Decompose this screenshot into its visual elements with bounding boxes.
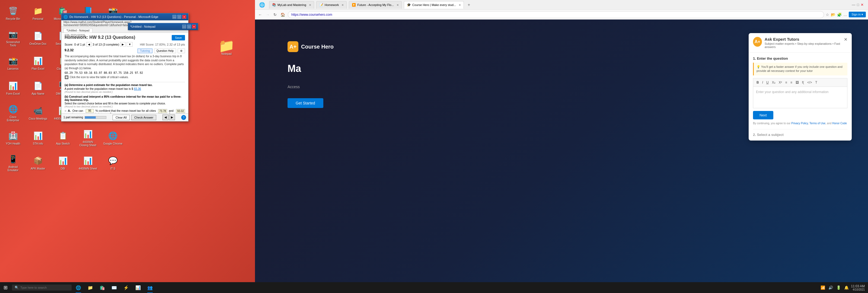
settings-button[interactable]: … xyxy=(843,12,847,17)
sign-in-button[interactable]: Sign in ▾ xyxy=(849,12,866,17)
desktop-icon-excel2[interactable]: 📊 Form Excel xyxy=(2,77,24,99)
taskbar-mail-app[interactable]: ✉️ xyxy=(108,282,120,293)
desktop-icon-4400-2[interactable]: 📊 4400WN Closing Sheet xyxy=(77,127,99,149)
taskbar-clock[interactable]: 11:03 AM 4/10/2021 xyxy=(851,284,866,291)
address-bar[interactable] xyxy=(288,11,824,18)
browser-maximize-button[interactable]: □ xyxy=(857,3,859,7)
tutoring-button[interactable]: Tutoring xyxy=(137,49,152,53)
extensions-button[interactable]: 🧩 xyxy=(837,12,842,17)
desktop-icon-cisco-m[interactable]: 📹 Cisco Meetings xyxy=(27,102,49,124)
option-a-percent-input[interactable] xyxy=(86,109,94,113)
collections-button[interactable]: 📂 xyxy=(831,12,835,17)
desktop-icon-lanceros2[interactable]: 📸 Lanceros xyxy=(2,52,24,74)
expert-panel-close-button[interactable]: ✕ xyxy=(844,37,847,42)
browser-minimize-button[interactable]: — xyxy=(852,3,855,7)
desktop-icon-excel1[interactable]: 📊 Plan Excel xyxy=(27,52,49,74)
start-button[interactable]: ⊞ xyxy=(0,282,11,293)
tab-mylab-close[interactable]: ✕ xyxy=(309,3,311,6)
expert-tutors-panel: A+ Ask Expert Tutors Subject matter expe… xyxy=(749,33,852,141)
next-arrow-button[interactable]: ▶ xyxy=(169,115,175,120)
question-editor[interactable]: Enter your question and any additional i… xyxy=(753,87,847,108)
desktop-icon-cisco-e[interactable]: 🌐 Cisco Enterprise xyxy=(2,102,24,124)
sound-icon[interactable]: 🔊 xyxy=(827,285,834,290)
desktop-icon-android[interactable]: 📱 Android Emulator xyxy=(2,152,24,174)
notepad-tab[interactable]: *Untitled - Notepad xyxy=(63,28,93,33)
editor-underline-button[interactable]: U xyxy=(765,80,770,85)
prev-question-button[interactable]: ◀ xyxy=(86,42,92,47)
save-button[interactable]: Save xyxy=(172,35,185,40)
tab-youtube[interactable]: ▶️ Future - Accepting My Flo... ✕ xyxy=(349,1,402,9)
next-button[interactable]: Next xyxy=(753,111,773,119)
desktop-notepad-folder[interactable]: 📁 Notepad xyxy=(217,39,236,56)
terms-of-use-link[interactable]: Terms of Use xyxy=(809,122,826,125)
desktop-icon-doc1[interactable]: 📄 OneDrive Doc xyxy=(27,27,49,49)
ch-cta-button[interactable]: Get Started xyxy=(287,98,323,108)
taskbar-store-app[interactable]: 🛍️ xyxy=(97,282,108,293)
search-input[interactable] xyxy=(20,286,66,289)
hw-minimize-button[interactable]: — xyxy=(173,15,176,19)
desktop-icon-app[interactable]: 📄 App Name xyxy=(27,77,49,99)
desktop-icon-sketch[interactable]: 📋 App Sketch xyxy=(52,127,74,149)
taskbar-search[interactable]: 🔍 xyxy=(12,285,72,291)
notepad-minimize-button[interactable]: — xyxy=(182,25,186,28)
editor-italic-button[interactable]: I xyxy=(761,80,764,85)
taskbar-teams-app[interactable]: 👥 xyxy=(144,282,156,293)
taskbar-lightning-app[interactable]: ⚡ xyxy=(120,282,132,293)
desktop-icon-yoh[interactable]: 🏥 YOH Health xyxy=(2,127,24,149)
taskbar-explorer-app[interactable]: 📁 xyxy=(85,282,96,293)
table-icon[interactable]: 🔲 xyxy=(65,76,69,79)
desktop-icon-whatsapp[interactable]: 💬 IT S xyxy=(102,152,124,174)
tab-coursehero-close[interactable]: ✕ xyxy=(459,3,461,6)
editor-format-button[interactable]: T xyxy=(814,80,818,85)
refresh-button[interactable]: ↻ xyxy=(272,12,278,17)
nav-dropdown-button[interactable]: ▼ xyxy=(127,42,133,47)
honor-code-link[interactable]: Honor Code xyxy=(832,122,847,125)
question-help-button[interactable]: Question Help xyxy=(154,49,176,53)
editor-superscript-button[interactable]: X² xyxy=(778,80,783,85)
desktop-icon-sta[interactable]: 📊 STA Info xyxy=(27,127,49,149)
notepad-maximize-button[interactable]: □ xyxy=(187,25,191,28)
back-button[interactable]: ← xyxy=(257,12,263,17)
editor-subscript-button[interactable]: X₂ xyxy=(771,80,777,85)
editor-bold-button[interactable]: B xyxy=(755,80,760,85)
notepad-close-button[interactable]: ✕ xyxy=(192,25,196,28)
network-icon[interactable]: 📶 xyxy=(819,285,826,290)
tab-homework-close[interactable]: ✕ xyxy=(341,3,344,6)
editor-image-button[interactable]: 🖼 xyxy=(795,80,800,85)
check-answer-button[interactable]: Check Answer xyxy=(131,115,156,120)
editor-list-button[interactable]: ≡ xyxy=(784,80,788,85)
tab-mylab[interactable]: 📚 MyLab and Mastering ✕ xyxy=(269,1,314,9)
taskbar-edge-app[interactable]: 🌐 xyxy=(73,282,84,293)
notepad-folder-icon: 📁 xyxy=(217,39,236,52)
help-button[interactable]: ? xyxy=(181,115,186,120)
desktop-icon-dbi[interactable]: 📊 DBI xyxy=(52,152,74,174)
star-button[interactable]: ☆ xyxy=(826,12,829,17)
desktop-icon-personal[interactable]: 📁 Personal xyxy=(27,2,49,24)
prev-arrow-button[interactable]: ◀ xyxy=(162,115,168,120)
editor-function-button[interactable]: f( xyxy=(801,80,805,85)
desktop-icon-recycle-bin[interactable]: 🗑️ Recycle Bin xyxy=(2,2,24,24)
settings-button[interactable]: ⚙ xyxy=(178,49,185,53)
editor-code-button[interactable]: </> xyxy=(806,80,813,85)
new-tab-button[interactable]: + xyxy=(466,2,472,8)
hw-close-button[interactable]: ✕ xyxy=(182,15,186,19)
editor-ordered-list-button[interactable]: ≡ xyxy=(789,80,794,85)
battery-icon[interactable]: 🔋 xyxy=(835,285,842,290)
hw-maximize-button[interactable]: □ xyxy=(177,15,181,19)
notification-icon[interactable]: 🔔 xyxy=(843,285,850,290)
tab-homework[interactable]: 📝 Homework ✕ xyxy=(316,1,347,9)
taskbar-excel-app[interactable]: 📊 xyxy=(132,282,144,293)
desktop-icon-4400-3[interactable]: 📊 4400WN Sheet xyxy=(77,152,99,174)
cisco-m-icon: 📹 xyxy=(33,105,43,116)
next-question-button[interactable]: ▶ xyxy=(120,42,126,47)
desktop-icon-apk[interactable]: 📦 APK Master xyxy=(27,152,49,174)
desktop-icon-screenshot[interactable]: 📷 Screenshot Tools xyxy=(2,27,24,49)
browser-close-button[interactable]: ✕ xyxy=(861,3,864,7)
privacy-policy-link[interactable]: Privacy Policy xyxy=(791,122,808,125)
clear-all-button[interactable]: Clear All xyxy=(113,115,130,120)
home-button[interactable]: 🏠 xyxy=(279,12,286,17)
tab-coursehero[interactable]: 🎓 Course Hero | Make every stud... ✕ xyxy=(404,1,464,9)
forward-button[interactable]: → xyxy=(265,12,271,17)
tab-youtube-close[interactable]: ✕ xyxy=(397,3,399,6)
desktop-icon-chrome[interactable]: 🌐 Google Chrome xyxy=(102,127,124,149)
